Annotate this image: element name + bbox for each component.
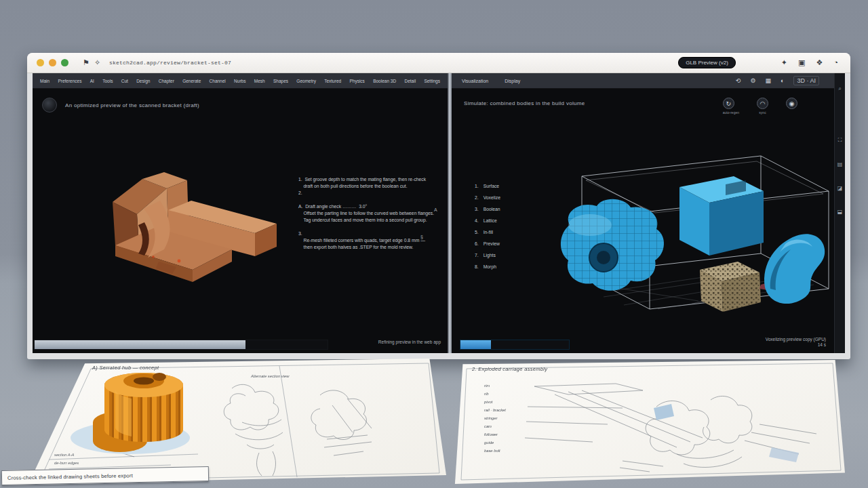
step-number: 5. — [475, 226, 479, 238]
left-viewport-header: An optimized preview of the scanned brac… — [42, 98, 199, 113]
part-label: rib — [484, 392, 506, 396]
pipeline-step[interactable]: 1. Surface — [475, 180, 500, 192]
profile-icon[interactable]: ◔ — [833, 59, 838, 66]
bookmark-flag-icon[interactable]: ⚑ — [83, 59, 90, 66]
instruction-line: A. Draft angle check ……… 3.0° — [298, 203, 448, 210]
apps-icon[interactable]: ❖ — [816, 59, 823, 66]
menu-item[interactable]: Detail — [403, 77, 416, 85]
menu-item[interactable]: AI — [90, 77, 95, 85]
window-maximize-button[interactable] — [61, 59, 68, 66]
sheet-left-sketches — [28, 358, 446, 484]
instruction-line: Re-mesh filleted corners with quads, tar… — [298, 237, 448, 244]
step-number: 4. — [475, 215, 479, 226]
right-viewport-title: Simulate: combined bodies in the build v… — [464, 100, 585, 106]
lattice-cube-model — [700, 262, 761, 312]
step-label: Boolean — [484, 203, 500, 215]
section-icon[interactable]: ⬓ — [837, 209, 843, 215]
instruction-line: Tag undercut faces and move them into a … — [298, 217, 448, 224]
browser-titlebar: ⚑ ✧ sketch2cad.app/review/bracket-set-07… — [27, 53, 850, 73]
drawing-sheet-left[interactable]: A) Serrated hub — concept Alternate sect… — [28, 358, 446, 484]
part-label: guide — [484, 441, 506, 445]
tiles-icon[interactable]: ▣ — [798, 59, 805, 66]
desktop-background: ⚑ ✧ sketch2cad.app/review/bracket-set-07… — [0, 0, 868, 488]
right-status-text: Voxelizing preview copy (GPU) 14 s — [766, 337, 826, 348]
titlebar-actions: ✦ ▣ ❖ ◔ — [781, 59, 838, 66]
right-viewport-panel: Visualization Display ⟲ ⚙ ▦ ◐ 3D · AI Si… — [452, 73, 845, 353]
window-restore-button[interactable] — [49, 59, 56, 66]
menu-item[interactable]: Design — [136, 77, 151, 85]
regenerate-icon[interactable]: ↻ — [723, 98, 734, 109]
menu-item[interactable]: Preferences — [57, 77, 82, 85]
step-label: Preview — [484, 238, 500, 249]
highlight-face — [769, 447, 799, 462]
left-status-text: Refining preview in the web app — [378, 340, 441, 345]
icon-caption: auto-regen — [723, 110, 739, 115]
step-label: Lights — [484, 249, 496, 261]
menu-item[interactable]: Settings — [423, 77, 441, 85]
step-number: 3. — [475, 203, 479, 215]
assistant-avatar[interactable] — [42, 98, 57, 113]
drawing-sheet-right[interactable]: 2. Exploded carriage assembly rimribpivo… — [453, 359, 845, 484]
step-label: In-fill — [484, 226, 493, 238]
contrast-icon[interactable]: ◐ — [781, 77, 784, 84]
annotation-mark-icon[interactable]: § — [420, 235, 423, 239]
pipeline-step[interactable]: 5. In-fill — [475, 226, 500, 238]
instruction-line: draft on both pull directions before the… — [298, 183, 448, 190]
menu-item[interactable]: Cut — [121, 77, 129, 85]
menu-item[interactable]: Nurbs — [233, 77, 246, 85]
step-number: 2. — [475, 192, 479, 203]
menu-item[interactable]: Main — [39, 77, 50, 85]
sheet-right-title: 2. Exploded carriage assembly — [472, 366, 547, 372]
right-status-line1: Voxelizing preview copy (GPU) — [766, 337, 826, 342]
preview-badge[interactable]: GLB Preview (v2) — [678, 57, 736, 68]
step-label: Morph — [484, 261, 496, 272]
history-icon[interactable]: ⟲ — [736, 77, 741, 84]
menu-item[interactable]: Tools — [102, 77, 113, 85]
menu-item[interactable]: Physics — [349, 77, 365, 85]
pipeline-step[interactable]: 7. Lights — [475, 249, 500, 261]
part-label: rail · bracket — [484, 408, 506, 412]
extensions-icon[interactable]: ✦ — [781, 59, 787, 66]
favorites-star-icon[interactable]: ✧ — [94, 59, 100, 66]
render-mode-chip[interactable]: 3D · AI — [793, 76, 819, 85]
menu-item[interactable]: Channel — [209, 77, 226, 85]
settings-gear-icon[interactable]: ⚙ — [750, 77, 755, 84]
right-toolbar-actions: ⟲ ⚙ ▦ ◐ 3D · AI — [736, 76, 819, 85]
window-minimize-button[interactable] — [37, 59, 44, 66]
sheet-left-title: A) Serrated hub — concept — [92, 365, 159, 371]
pipeline-step[interactable]: 3. Boolean — [475, 203, 500, 215]
right-header-actions: ↻ auto-regen ◠ sync ◉ — [723, 98, 797, 115]
orbit-icon[interactable]: ◠ — [757, 98, 768, 109]
menu-item[interactable]: Geometry — [296, 77, 317, 85]
grid-view-icon[interactable]: ▦ — [766, 77, 772, 84]
address-bar[interactable]: sketch2cad.app/review/bracket-set-07 — [109, 60, 231, 66]
instruction-line: 1. Set groove depth to match the mating … — [298, 176, 448, 183]
menu-item[interactable]: Boolean 3D — [372, 77, 397, 85]
record-icon[interactable]: ◉ — [786, 98, 797, 109]
tooltip-bar[interactable]: Cross-check the linked drawing sheets be… — [1, 466, 209, 485]
search-icon[interactable]: ⌕ — [838, 85, 841, 92]
left-viewport-title: An optimized preview of the scanned brac… — [65, 102, 199, 108]
layers-icon[interactable]: ▤ — [837, 161, 843, 167]
menu-item[interactable]: Textured — [323, 77, 342, 85]
menu-item[interactable]: Mesh — [254, 77, 266, 85]
bracket-3d-model[interactable] — [77, 160, 288, 299]
instruction-line: Offset the parting line to follow the cu… — [298, 210, 448, 217]
menu-item[interactable]: Shapes — [273, 77, 289, 85]
pipeline-step[interactable]: 8. Morph — [475, 261, 500, 272]
menu-item[interactable]: Chapter — [158, 77, 175, 85]
pipeline-step[interactable]: 2. Voxelize — [475, 192, 500, 203]
pipeline-step[interactable]: 6. Preview — [475, 238, 500, 249]
main-menubar: MainPreferencesAIToolsCutDesignChapterGe… — [33, 73, 448, 89]
menu-item[interactable]: Generate — [182, 77, 201, 85]
step-label: Voxelize — [484, 192, 500, 203]
menu-item-visualization[interactable]: Visualization — [461, 77, 489, 85]
fit-view-icon[interactable]: ⛶ — [838, 137, 842, 144]
part-label: pivot — [484, 400, 506, 404]
shade-icon[interactable]: ◪ — [837, 185, 843, 191]
pipeline-step[interactable]: 4. Lattice — [475, 215, 500, 226]
left-viewport-panel: MainPreferencesAIToolsCutDesignChapterGe… — [33, 73, 448, 353]
menu-item-display[interactable]: Display — [504, 77, 521, 85]
annotation-mark-icon[interactable]: A — [434, 207, 437, 212]
build-volume-3d-scene[interactable] — [522, 144, 835, 350]
